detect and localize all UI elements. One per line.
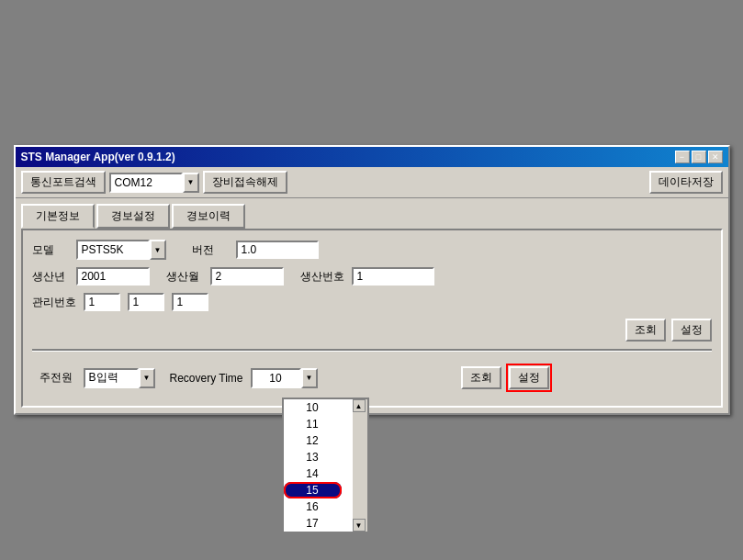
- dropdown-item-13[interactable]: 13: [284, 449, 342, 465]
- manage-input-3[interactable]: [172, 293, 208, 311]
- dropdown-item-16[interactable]: 16: [284, 498, 342, 515]
- disconnect-button[interactable]: 장비접속해제: [203, 171, 287, 194]
- year-label: 생산년: [32, 269, 69, 285]
- minimize-button[interactable]: −: [675, 151, 690, 163]
- close-button[interactable]: ✕: [708, 151, 723, 163]
- power-label: 주전원: [39, 370, 76, 386]
- tab-content-panel: 모델 ▼ 버전 생산년 생산월 생산번호 관리번호: [21, 229, 723, 408]
- basic-set-button[interactable]: 설정: [671, 319, 712, 342]
- window-controls: − □ ✕: [675, 151, 723, 163]
- year-row: 생산년 생산월 생산번호: [32, 267, 712, 286]
- version-label: 버전: [192, 242, 229, 258]
- month-label: 생산월: [166, 269, 203, 285]
- power-row: 주전원 ▼ Recovery Time ▼ 조회 설정: [39, 366, 549, 389]
- window-title: STS Manager App(ver 0.9.1.2): [21, 151, 175, 163]
- power-select-wrapper: ▼: [84, 368, 155, 388]
- model-label: 모델: [32, 242, 69, 258]
- maximize-button[interactable]: □: [692, 151, 706, 163]
- serial-input[interactable]: [352, 267, 434, 286]
- recovery-time-label: Recovery Time: [170, 372, 243, 385]
- scroll-up-btn[interactable]: ▲: [353, 399, 366, 412]
- search-port-button[interactable]: 통신포트검색: [21, 171, 106, 194]
- dropdown-item-15[interactable]: 15: [284, 482, 342, 498]
- scroll-down-btn[interactable]: ▼: [353, 519, 366, 532]
- power-section: 주전원 ▼ Recovery Time ▼ 조회 설정: [32, 359, 712, 397]
- manage-input-1[interactable]: [84, 293, 120, 311]
- dropdown-item-12[interactable]: 12: [284, 432, 342, 449]
- dropdown-item-10[interactable]: 10: [284, 399, 342, 416]
- recovery-dropdown-btn[interactable]: ▼: [301, 368, 318, 388]
- month-input[interactable]: [210, 267, 284, 286]
- serial-label: 생산번호: [300, 269, 344, 285]
- port-select-wrapper: ▼: [109, 173, 199, 193]
- tabs: 기본정보 경보설정 경보이력: [21, 204, 723, 229]
- model-row: 모델 ▼ 버전: [32, 240, 712, 260]
- tab-alarm-log[interactable]: 경보이력: [172, 204, 245, 229]
- basic-query-button[interactable]: 조회: [625, 319, 666, 342]
- power-dropdown-btn[interactable]: ▼: [139, 368, 155, 388]
- dropdown-item-14[interactable]: 14: [284, 465, 342, 482]
- model-input[interactable]: [76, 240, 150, 260]
- dropdown-item-17[interactable]: 17: [284, 515, 342, 532]
- year-input[interactable]: [76, 267, 150, 286]
- power-set-button[interactable]: 설정: [509, 366, 549, 389]
- version-input[interactable]: [236, 241, 319, 259]
- power-query-button[interactable]: 조회: [461, 366, 501, 389]
- section-divider: [32, 349, 712, 352]
- manage-input-2[interactable]: [128, 293, 164, 311]
- title-bar: STS Manager App(ver 0.9.1.2) − □ ✕: [16, 147, 728, 167]
- tab-alarm-settings[interactable]: 경보설정: [96, 204, 170, 229]
- model-select-wrapper: ▼: [76, 240, 166, 260]
- save-data-button[interactable]: 데이타저장: [649, 171, 723, 194]
- recovery-select-wrapper: ▼: [251, 368, 318, 388]
- content-area: 기본정보 경보설정 경보이력 모델 ▼ 버전 생산년 생산월: [16, 198, 728, 413]
- toolbar: 통신포트검색 ▼ 장비접속해제 데이타저장: [16, 167, 728, 198]
- basic-action-row: 조회 설정: [32, 319, 712, 342]
- recovery-dropdown-list: 10 11 12 13 14 15 16 17 ▲ ▼: [282, 398, 369, 533]
- recovery-input[interactable]: [251, 368, 301, 388]
- power-input[interactable]: [84, 368, 139, 388]
- manage-row: 관리번호: [32, 293, 712, 311]
- port-input[interactable]: [109, 173, 183, 193]
- manage-label: 관리번호: [32, 295, 76, 310]
- dropdown-item-11[interactable]: 11: [284, 416, 342, 432]
- tab-basic-info[interactable]: 기본정보: [21, 204, 95, 229]
- model-dropdown-btn[interactable]: ▼: [150, 240, 166, 260]
- port-dropdown-btn[interactable]: ▼: [183, 173, 199, 193]
